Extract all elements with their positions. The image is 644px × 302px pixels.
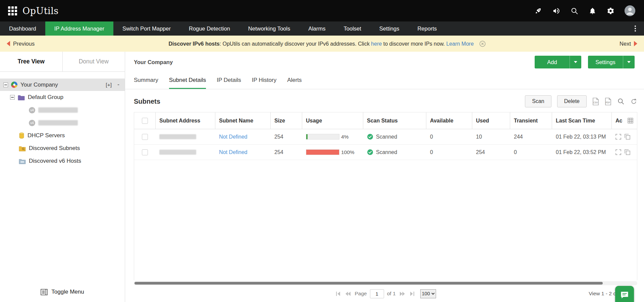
chat-widget-button[interactable]: [615, 286, 634, 302]
tab-tree-view[interactable]: Tree View: [0, 52, 63, 71]
subnet-name-link[interactable]: Not Defined: [219, 134, 248, 140]
settings-button[interactable]: Settings: [588, 56, 635, 68]
table-row[interactable]: Not Defined 254 4% Scanned 0 10 244 01 F…: [134, 129, 637, 145]
col-header-actions[interactable]: Ac: [615, 118, 622, 124]
announcement-icon[interactable]: [552, 7, 560, 15]
row-scan-icon[interactable]: [615, 134, 621, 140]
scanned-check-icon: [367, 134, 373, 140]
previous-label: Previous: [13, 41, 35, 47]
table-row[interactable]: Not Defined 254 100% Scanned 0 254 0 01 …: [134, 145, 637, 160]
nav-item-switch-port-mapper[interactable]: Switch Port Mapper: [113, 21, 180, 36]
rocket-icon[interactable]: [534, 7, 542, 15]
sidebar-item-your-company[interactable]: Your Company [+] -: [0, 79, 125, 91]
notification-bell-icon[interactable]: [588, 7, 596, 15]
banner-message-bold: Discover IPv6 hosts: [169, 41, 220, 47]
folder-search-icon: [19, 146, 26, 151]
next-label: Next: [620, 41, 631, 47]
usage-bar: [306, 149, 339, 155]
dhcp-server-icon: [19, 133, 24, 139]
main-panel: Your Company Add Settings Summary Subnet…: [125, 52, 644, 302]
add-dropdown-caret[interactable]: [570, 56, 581, 68]
nav-item-toolset[interactable]: Toolset: [335, 21, 370, 36]
banner-message: Discover IPv6 hosts: OpUtils can automat…: [35, 41, 620, 47]
refresh-icon[interactable]: [630, 98, 637, 105]
col-header-transient[interactable]: Transient: [510, 112, 552, 129]
table-search-icon[interactable]: [617, 98, 625, 105]
toggle-menu-button[interactable]: Toggle Menu: [0, 282, 125, 302]
col-header-subnet-name[interactable]: Subnet Name: [215, 112, 271, 129]
col-header-last-scan-time[interactable]: Last Scan Time: [552, 112, 612, 129]
settings-dropdown-caret[interactable]: [623, 56, 635, 68]
user-avatar[interactable]: [625, 5, 635, 16]
tab-ip-history[interactable]: IP History: [252, 72, 276, 89]
nav-item-ip-address-manager[interactable]: IP Address Manager: [45, 21, 113, 36]
tab-summary[interactable]: Summary: [134, 72, 158, 89]
col-header-size[interactable]: Size: [271, 112, 302, 129]
sidebar-item-subnet-v4-1[interactable]: v4: [0, 104, 125, 116]
cell-usage: 100%: [302, 145, 363, 160]
next-page-button[interactable]: [399, 291, 406, 297]
nav-item-reports[interactable]: Reports: [408, 21, 446, 36]
nav-item-networking-tools[interactable]: Networking Tools: [239, 21, 299, 36]
settings-gear-icon[interactable]: [606, 7, 614, 15]
first-page-button[interactable]: [335, 291, 341, 297]
subnet-name-link[interactable]: Not Defined: [219, 149, 248, 155]
banner-learn-more-link[interactable]: Learn More: [446, 41, 474, 47]
sidebar-item-dhcp-servers[interactable]: DHCP Servers: [0, 129, 125, 142]
search-icon[interactable]: [570, 7, 578, 15]
page-size-select[interactable]: 100: [420, 289, 436, 298]
select-all-checkbox[interactable]: [142, 118, 148, 124]
main-header: Your Company Add Settings: [125, 52, 644, 72]
cell-used: 10: [472, 129, 510, 144]
row-scan-icon[interactable]: [615, 149, 621, 155]
app-launcher-icon[interactable]: [8, 6, 17, 15]
tab-subnet-details[interactable]: Subnet Details: [169, 72, 206, 89]
col-header-scan-status[interactable]: Scan Status: [363, 112, 426, 129]
nav-item-settings[interactable]: Settings: [370, 21, 409, 36]
delete-button[interactable]: Delete: [557, 95, 587, 107]
add-button[interactable]: Add: [535, 56, 581, 68]
export-pdf-icon[interactable]: PDF: [605, 98, 611, 105]
tab-ip-details[interactable]: IP Details: [217, 72, 241, 89]
topbar: OpUtils: [0, 0, 644, 21]
horizontal-scrollbar[interactable]: [134, 281, 637, 285]
banner-here-link[interactable]: here: [371, 41, 382, 47]
redacted-subnet-address: [159, 150, 196, 155]
cell-size: 254: [271, 129, 302, 144]
col-header-used[interactable]: Used: [472, 112, 510, 129]
nav-overflow-menu-icon[interactable]: [632, 24, 639, 33]
last-page-button[interactable]: [409, 291, 415, 297]
sidebar-item-discovered-subnets[interactable]: Discovered Subnets: [0, 142, 125, 155]
sidebar-item-discovered-v6-hosts[interactable]: Discovered v6 Hosts: [0, 155, 125, 167]
export-csv-icon[interactable]: CSV: [592, 98, 599, 105]
tab-donut-view[interactable]: Donut View: [63, 52, 125, 71]
row-copy-icon[interactable]: [625, 149, 630, 155]
sidebar-item-subnet-v4-2[interactable]: v4: [0, 116, 125, 129]
banner-close-icon[interactable]: [479, 41, 486, 47]
nav-item-alarms[interactable]: Alarms: [299, 21, 334, 36]
col-header-available[interactable]: Available: [426, 112, 472, 129]
column-chooser-icon[interactable]: [628, 118, 633, 123]
tree-collapse-control[interactable]: -: [117, 81, 119, 88]
previous-page-button[interactable]: [344, 291, 352, 297]
row-checkbox[interactable]: [142, 134, 148, 140]
scan-button[interactable]: Scan: [525, 95, 551, 107]
collapse-box-icon[interactable]: [3, 83, 8, 87]
col-header-usage[interactable]: Usage: [302, 112, 363, 129]
tab-alerts[interactable]: Alerts: [287, 72, 302, 89]
usage-label: 4%: [341, 134, 348, 140]
col-header-subnet-address[interactable]: Subnet Address: [156, 112, 215, 129]
banner-next-button[interactable]: Next: [620, 41, 637, 47]
usage-bar-fill: [306, 134, 308, 139]
scrollbar-thumb[interactable]: [135, 282, 603, 285]
page-number-input[interactable]: [370, 289, 384, 298]
collapse-box-icon[interactable]: [10, 95, 15, 100]
nav-item-rogue-detection[interactable]: Rogue Detection: [180, 21, 239, 36]
row-checkbox[interactable]: [142, 149, 148, 155]
nav-item-dashboard[interactable]: Dashboard: [0, 21, 45, 36]
usage-label: 100%: [341, 149, 355, 155]
sidebar-item-default-group[interactable]: Default Group: [0, 91, 125, 104]
tree-add-control[interactable]: [+]: [106, 82, 112, 88]
row-copy-icon[interactable]: [625, 134, 630, 140]
banner-previous-button[interactable]: Previous: [7, 41, 35, 47]
